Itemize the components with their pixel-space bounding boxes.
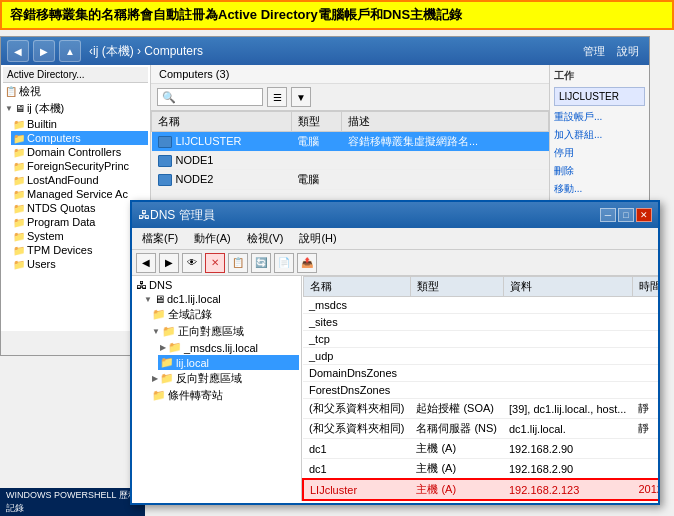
sidebar-item-programdata[interactable]: 📁 Program Data [11,215,148,229]
manage-link[interactable]: 管理 [579,42,609,61]
dns-col-name[interactable]: 名稱 [303,277,410,297]
toolbar-forward[interactable]: ▶ [159,253,179,273]
dns-tree-root[interactable]: 🖧 DNS [134,278,299,292]
dns-cell-name: DomainDnsZones [303,365,410,382]
dns-table-row[interactable]: (和父系資料夾相同)起始授權 (SOA)[39], dc1.lij.local.… [303,399,658,419]
sidebar-item-managed[interactable]: 📁 Managed Service Ac [11,187,148,201]
minimize-button[interactable]: ─ [600,208,616,222]
dns-tree-msdcs[interactable]: ▶ 📁 _msdcs.lij.local [158,340,299,355]
dns-table-row[interactable]: dc1主機 (A)192.168.2.90 [303,459,658,480]
toolbar-export[interactable]: 📤 [297,253,317,273]
action-link[interactable]: 停用 [554,144,645,162]
sidebar-item-lostfound[interactable]: 📁 LostAndFound [11,173,148,187]
dns-table-row[interactable]: _udp [303,348,658,365]
toolbar-delete[interactable]: ✕ [205,253,225,273]
toolbar-show-hide[interactable]: 👁 [182,253,202,273]
back-button[interactable]: ◀ [7,40,29,62]
dns-col-timestamp[interactable]: 時間戳記 [632,277,658,297]
msdcs-icon: 📁 [168,341,182,354]
dns-tree-globalrecords[interactable]: 📁 全域記錄 [150,306,299,323]
sidebar-item-ntds[interactable]: 📁 NTDS Quotas [11,201,148,215]
cell-desc: 容錯移轉叢集虛擬網路名... [342,132,549,152]
dns-sidebar: 🖧 DNS ▼ 🖥 dc1.lij.local 📁 全域記錄 ▼ 📁 正向對應區… [132,276,302,501]
dns-cell-name: _tcp [303,331,410,348]
col-name[interactable]: 名稱 [152,112,292,132]
dns-table-row[interactable]: DomainDnsZones [303,365,658,382]
computer-icon: 🖥 [15,103,25,114]
dns-table-row[interactable]: (和父系資料夾相同)名稱伺服器 (NS)dc1.lij.local.靜 [303,419,658,439]
dns-cell-type [410,348,503,365]
powershell-button[interactable]: WINDOWS POWERSHELL 歷程記錄 [0,488,145,516]
info-banner: 容錯移轉叢集的名稱將會自動註冊為Active Directory電腦帳戶和DNS… [0,0,674,30]
help-link[interactable]: 說明 [613,42,643,61]
view-menu[interactable]: 檢視(V) [241,230,290,247]
dns-col-data[interactable]: 資料 [503,277,632,297]
col-desc[interactable]: 描述 [342,112,549,132]
sidebar-item-tpm[interactable]: 📁 TPM Devices [11,243,148,257]
dns-cell-timestamp: 靜 [632,399,658,419]
dns-table-row[interactable]: dc1主機 (A)192.168.2.90 [303,439,658,459]
dns-cell-name: dc1 [303,439,410,459]
view-btn[interactable]: ☰ [267,87,287,107]
sidebar-item-view[interactable]: 📋 檢視 [3,83,148,100]
filter-btn[interactable]: ▼ [291,87,311,107]
dns-title-bar: 🖧 DNS 管理員 ─ □ ✕ [132,202,658,228]
sidebar-item-local[interactable]: ▼ 🖥 ij (本機) [3,100,148,117]
toolbar-back[interactable]: ◀ [136,253,156,273]
dns-root-icon: 🖧 [136,279,147,291]
action-link[interactable]: 刪除 [554,162,645,180]
dns-table-row[interactable]: _sites [303,314,658,331]
lij-icon: 📁 [160,356,174,369]
dns-cell-name: ForestDnsZones [303,382,410,399]
help-menu[interactable]: 說明(H) [293,230,342,247]
table-row[interactable]: NODE2電腦 [152,170,549,190]
action-link[interactable]: 移動... [554,180,645,198]
dns-table-row[interactable]: ForestDnsZones [303,382,658,399]
maximize-button[interactable]: □ [618,208,634,222]
dns-table-row[interactable]: Node1主機 (A)192.168.2.912012/12/9 上 [303,500,658,501]
search-box[interactable]: 🔍 [157,88,263,106]
sidebar-item-dc[interactable]: 📁 Domain Controllers [11,145,148,159]
table-row[interactable]: NODE1 [152,152,549,170]
dns-cell-timestamp [632,297,658,314]
dns-tree-lij-local[interactable]: 📁 lij.local [158,355,299,370]
dns-cell-name: (和父系資料夾相同) [303,399,410,419]
col-type[interactable]: 類型 [291,112,342,132]
dns-cell-timestamp [632,365,658,382]
cluster-item[interactable]: LIJCLUSTER [554,87,645,106]
dns-table-row[interactable]: _tcp [303,331,658,348]
action-link[interactable]: 重設帳戶... [554,108,645,126]
up-button[interactable]: ▲ [59,40,81,62]
sidebar-item-system[interactable]: 📁 System [11,229,148,243]
dns-tree-conditional[interactable]: 📁 條件轉寄站 [150,387,299,404]
dns-table-row[interactable]: LIJcluster主機 (A)192.168.2.1232012/12/9 下 [303,479,658,500]
toolbar-properties[interactable]: 📋 [228,253,248,273]
dns-cell-data [503,331,632,348]
file-menu[interactable]: 檔案(F) [136,230,184,247]
toolbar-new[interactable]: 📄 [274,253,294,273]
table-row[interactable]: LIJCLUSTER電腦容錯移轉叢集虛擬網路名... [152,132,549,152]
action-menu[interactable]: 動作(A) [188,230,237,247]
sidebar-item-foreignsec[interactable]: 📁 ForeignSecurityPrinc [11,159,148,173]
search-input[interactable] [178,92,258,103]
forward-button[interactable]: ▶ [33,40,55,62]
expand-dc1-icon: ▼ [144,295,152,304]
sidebar-item-computers[interactable]: 📁 Computers [11,131,148,145]
ad-title-bar: ◀ ▶ ▲ ‹ij (本機) › Computers 管理 說明 [1,37,649,65]
ntds-icon: 📁 [13,203,25,214]
dns-col-type[interactable]: 類型 [410,277,503,297]
sidebar-item-builtin[interactable]: 📁 Builtin [11,117,148,131]
sidebar-item-users[interactable]: 📁 Users [11,257,148,271]
dns-table-row[interactable]: _msdcs [303,297,658,314]
action-link[interactable]: 加入群組... [554,126,645,144]
dns-tree-forward[interactable]: ▼ 📁 正向對應區域 [150,323,299,340]
lostfound-icon: 📁 [13,175,25,186]
title-right-actions: 管理 說明 [579,42,643,61]
toolbar-refresh[interactable]: 🔄 [251,253,271,273]
dns-records-table: 名稱 類型 資料 時間戳記 _msdcs_sites_tcp_udpDomain… [302,276,658,501]
dns-cell-type [410,314,503,331]
system-icon: 📁 [13,231,25,242]
dns-tree-reverse[interactable]: ▶ 📁 反向對應區域 [150,370,299,387]
dns-tree-dc1[interactable]: ▼ 🖥 dc1.lij.local [142,292,299,306]
close-button[interactable]: ✕ [636,208,652,222]
